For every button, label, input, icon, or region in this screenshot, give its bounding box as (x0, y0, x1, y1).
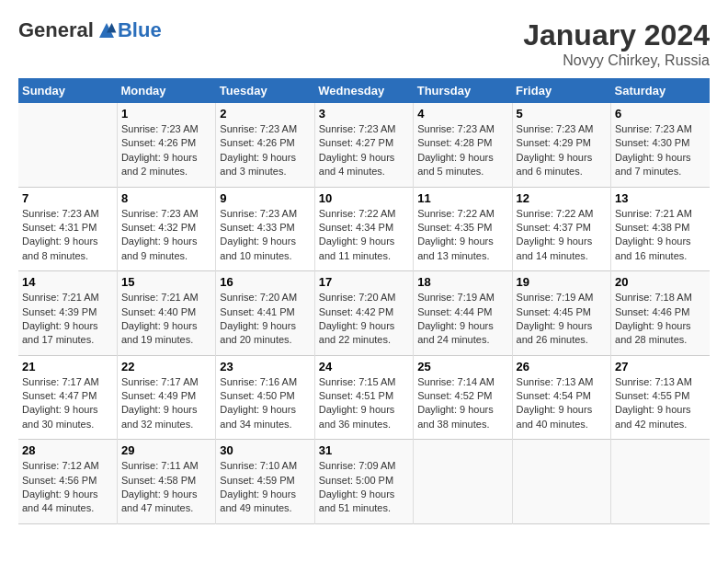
day-info: Sunrise: 7:23 AM Sunset: 4:28 PM Dayligh… (417, 122, 507, 179)
day-info: Sunrise: 7:23 AM Sunset: 4:26 PM Dayligh… (220, 122, 310, 179)
day-info: Sunrise: 7:14 AM Sunset: 4:52 PM Dayligh… (417, 375, 507, 432)
day-number: 31 (319, 443, 409, 457)
calendar-cell (414, 440, 512, 524)
day-info: Sunrise: 7:16 AM Sunset: 4:50 PM Dayligh… (220, 375, 310, 432)
day-info: Sunrise: 7:09 AM Sunset: 5:00 PM Dayligh… (319, 459, 409, 516)
day-number: 14 (22, 275, 113, 289)
day-header-wednesday: Wednesday (314, 78, 413, 103)
calendar-cell: 31Sunrise: 7:09 AM Sunset: 5:00 PM Dayli… (314, 440, 413, 524)
day-info: Sunrise: 7:22 AM Sunset: 4:37 PM Dayligh… (517, 207, 607, 264)
day-info: Sunrise: 7:18 AM Sunset: 4:46 PM Dayligh… (615, 291, 706, 348)
day-info: Sunrise: 7:17 AM Sunset: 4:49 PM Dayligh… (121, 375, 211, 432)
day-number: 24 (319, 360, 409, 373)
calendar-cell (611, 440, 710, 524)
day-number: 11 (417, 191, 507, 205)
calendar-cell: 25Sunrise: 7:14 AM Sunset: 4:52 PM Dayli… (414, 355, 512, 440)
calendar-cell: 23Sunrise: 7:16 AM Sunset: 4:50 PM Dayli… (216, 355, 314, 440)
day-info: Sunrise: 7:21 AM Sunset: 4:38 PM Dayligh… (615, 207, 706, 264)
day-number: 5 (517, 107, 607, 121)
day-info: Sunrise: 7:10 AM Sunset: 4:59 PM Dayligh… (220, 459, 310, 516)
calendar-cell: 11Sunrise: 7:22 AM Sunset: 4:35 PM Dayli… (414, 187, 512, 271)
day-info: Sunrise: 7:17 AM Sunset: 4:47 PM Dayligh… (22, 375, 113, 432)
day-number: 16 (220, 275, 310, 289)
calendar-week-row: 7Sunrise: 7:23 AM Sunset: 4:31 PM Daylig… (18, 187, 710, 271)
calendar-cell: 17Sunrise: 7:20 AM Sunset: 4:42 PM Dayli… (314, 271, 413, 356)
day-header-thursday: Thursday (414, 78, 512, 103)
day-info: Sunrise: 7:23 AM Sunset: 4:33 PM Dayligh… (220, 207, 310, 264)
calendar-cell: 1Sunrise: 7:23 AM Sunset: 4:26 PM Daylig… (117, 103, 215, 187)
calendar-cell: 21Sunrise: 7:17 AM Sunset: 4:47 PM Dayli… (18, 355, 117, 440)
calendar-cell: 14Sunrise: 7:21 AM Sunset: 4:39 PM Dayli… (18, 271, 117, 356)
calendar-cell (512, 440, 610, 524)
day-number: 9 (220, 191, 310, 205)
logo: General Blue (18, 18, 162, 42)
day-info: Sunrise: 7:20 AM Sunset: 4:42 PM Dayligh… (319, 291, 409, 348)
day-info: Sunrise: 7:19 AM Sunset: 4:44 PM Dayligh… (417, 291, 507, 348)
day-number: 20 (615, 275, 706, 289)
day-number: 12 (517, 191, 607, 205)
calendar-cell: 6Sunrise: 7:23 AM Sunset: 4:30 PM Daylig… (611, 103, 710, 187)
day-number: 4 (417, 107, 507, 121)
day-number: 17 (319, 275, 409, 289)
day-info: Sunrise: 7:20 AM Sunset: 4:41 PM Dayligh… (220, 291, 310, 348)
calendar-cell: 5Sunrise: 7:23 AM Sunset: 4:29 PM Daylig… (512, 103, 610, 187)
month-year: January 2024 (523, 18, 710, 52)
title-block: January 2024 Novyy Chirkey, Russia (523, 18, 710, 69)
day-number: 23 (220, 360, 310, 373)
calendar-cell (18, 103, 117, 187)
day-info: Sunrise: 7:23 AM Sunset: 4:29 PM Dayligh… (517, 122, 607, 179)
day-info: Sunrise: 7:23 AM Sunset: 4:27 PM Dayligh… (319, 122, 409, 179)
day-number: 3 (319, 107, 409, 121)
day-header-monday: Monday (117, 78, 215, 103)
day-number: 2 (220, 107, 310, 121)
logo-icon (96, 19, 118, 41)
day-info: Sunrise: 7:22 AM Sunset: 4:35 PM Dayligh… (417, 207, 507, 264)
day-info: Sunrise: 7:11 AM Sunset: 4:58 PM Dayligh… (121, 459, 211, 516)
calendar-cell: 20Sunrise: 7:18 AM Sunset: 4:46 PM Dayli… (611, 271, 710, 356)
day-header-saturday: Saturday (611, 78, 710, 103)
day-info: Sunrise: 7:22 AM Sunset: 4:34 PM Dayligh… (319, 207, 409, 264)
calendar-cell: 13Sunrise: 7:21 AM Sunset: 4:38 PM Dayli… (611, 187, 710, 271)
day-number: 6 (615, 107, 706, 121)
logo-blue: Blue (118, 18, 162, 42)
page-header: General Blue January 2024 Novyy Chirkey,… (18, 18, 710, 69)
day-number: 21 (22, 360, 113, 373)
calendar-cell: 10Sunrise: 7:22 AM Sunset: 4:34 PM Dayli… (314, 187, 413, 271)
day-info: Sunrise: 7:15 AM Sunset: 4:51 PM Dayligh… (319, 375, 409, 432)
day-info: Sunrise: 7:23 AM Sunset: 4:30 PM Dayligh… (615, 122, 706, 179)
calendar-cell: 7Sunrise: 7:23 AM Sunset: 4:31 PM Daylig… (18, 187, 117, 271)
calendar-cell: 26Sunrise: 7:13 AM Sunset: 4:54 PM Dayli… (512, 355, 610, 440)
calendar-cell: 24Sunrise: 7:15 AM Sunset: 4:51 PM Dayli… (314, 355, 413, 440)
day-number: 22 (121, 360, 211, 373)
day-info: Sunrise: 7:23 AM Sunset: 4:26 PM Dayligh… (121, 122, 211, 179)
day-number: 26 (517, 360, 607, 373)
day-info: Sunrise: 7:21 AM Sunset: 4:40 PM Dayligh… (121, 291, 211, 348)
calendar-table: SundayMondayTuesdayWednesdayThursdayFrid… (18, 78, 710, 524)
day-info: Sunrise: 7:13 AM Sunset: 4:54 PM Dayligh… (517, 375, 607, 432)
day-header-tuesday: Tuesday (216, 78, 314, 103)
day-number: 27 (615, 360, 706, 373)
calendar-cell: 16Sunrise: 7:20 AM Sunset: 4:41 PM Dayli… (216, 271, 314, 356)
location: Novyy Chirkey, Russia (523, 52, 710, 69)
day-number: 7 (22, 191, 113, 205)
day-number: 1 (121, 107, 211, 121)
logo-general: General (18, 18, 94, 42)
day-number: 19 (517, 275, 607, 289)
day-header-friday: Friday (512, 78, 610, 103)
calendar-cell: 3Sunrise: 7:23 AM Sunset: 4:27 PM Daylig… (314, 103, 413, 187)
calendar-cell: 15Sunrise: 7:21 AM Sunset: 4:40 PM Dayli… (117, 271, 215, 356)
calendar-week-row: 1Sunrise: 7:23 AM Sunset: 4:26 PM Daylig… (18, 103, 710, 187)
day-number: 10 (319, 191, 409, 205)
calendar-cell: 28Sunrise: 7:12 AM Sunset: 4:56 PM Dayli… (18, 440, 117, 524)
day-number: 29 (121, 443, 211, 457)
day-number: 13 (615, 191, 706, 205)
day-info: Sunrise: 7:13 AM Sunset: 4:55 PM Dayligh… (615, 375, 706, 432)
day-number: 8 (121, 191, 211, 205)
calendar-week-row: 14Sunrise: 7:21 AM Sunset: 4:39 PM Dayli… (18, 271, 710, 356)
calendar-cell: 12Sunrise: 7:22 AM Sunset: 4:37 PM Dayli… (512, 187, 610, 271)
day-info: Sunrise: 7:19 AM Sunset: 4:45 PM Dayligh… (517, 291, 607, 348)
calendar-cell: 8Sunrise: 7:23 AM Sunset: 4:32 PM Daylig… (117, 187, 215, 271)
day-info: Sunrise: 7:23 AM Sunset: 4:32 PM Dayligh… (121, 207, 211, 264)
day-number: 25 (417, 360, 507, 373)
calendar-cell: 29Sunrise: 7:11 AM Sunset: 4:58 PM Dayli… (117, 440, 215, 524)
